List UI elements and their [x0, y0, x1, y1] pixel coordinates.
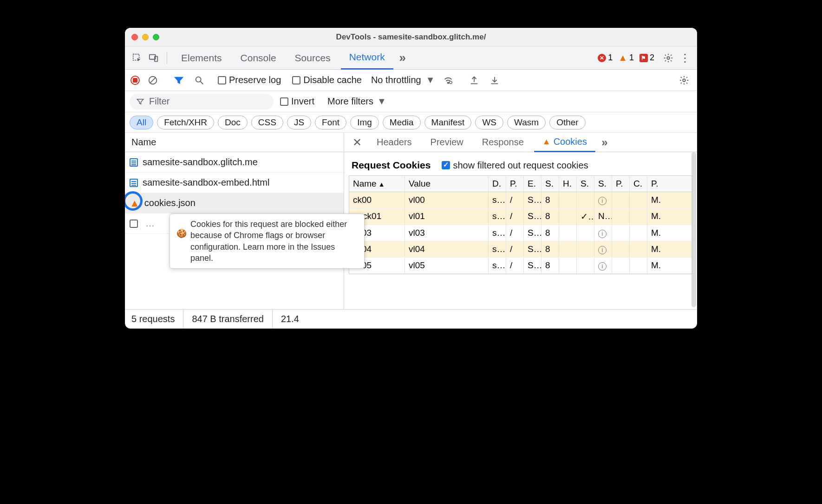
- upload-har-icon[interactable]: [467, 73, 482, 88]
- tab-cookies[interactable]: ▲ Cookies: [534, 133, 595, 152]
- inspect-icon[interactable]: [130, 51, 144, 65]
- close-detail-button[interactable]: ✕: [348, 136, 366, 149]
- tab-sources[interactable]: Sources: [287, 46, 339, 70]
- scrollbar[interactable]: [692, 152, 696, 307]
- cookie-emoji-icon: 🍪: [176, 228, 187, 239]
- request-name: cookies.json: [144, 198, 196, 208]
- request-name: samesite-sandbox.glitch.me: [143, 157, 258, 168]
- chip-manifest[interactable]: Manifest: [424, 116, 472, 129]
- filter-toggle-icon[interactable]: [171, 73, 186, 88]
- kebab-menu-icon[interactable]: ⋮: [678, 51, 692, 65]
- warning-count: 1: [629, 53, 634, 63]
- tooltip-text: Cookies for this request are blocked eit…: [190, 219, 358, 264]
- svg-point-10: [683, 79, 685, 82]
- document-icon: [130, 158, 138, 167]
- checkbox-icon: [130, 220, 138, 228]
- request-row[interactable]: samesite-sandbox-embed.html: [125, 173, 344, 193]
- error-icon: ✕: [598, 54, 606, 62]
- cookie-table-header[interactable]: Name▲ Value D. P. E. S. H. S. S. P. C. P…: [349, 176, 692, 192]
- window-maximize-button[interactable]: [153, 34, 159, 40]
- chip-media[interactable]: Media: [383, 116, 421, 129]
- network-toolbar: Preserve log Disable cache No throttling…: [125, 70, 697, 91]
- content-area: Name samesite-sandbox.glitch.mesamesite-…: [125, 133, 697, 309]
- cookie-row[interactable]: ck00vl00s…/S..8iM.: [349, 192, 692, 208]
- status-transferred: 847 B transferred: [183, 310, 273, 329]
- document-icon: [130, 179, 138, 187]
- status-requests: 5 requests: [131, 310, 183, 329]
- issue-badges[interactable]: ✕1 ▲1 ⚑2: [598, 52, 654, 63]
- clear-button[interactable]: [145, 73, 160, 88]
- chevron-down-icon: ▼: [377, 96, 386, 107]
- chip-js[interactable]: JS: [287, 116, 311, 129]
- window-title: DevTools - samesite-sandbox.glitch.me/: [125, 32, 697, 42]
- request-list-panel: Name samesite-sandbox.glitch.mesamesite-…: [125, 133, 344, 309]
- network-conditions-icon[interactable]: [441, 73, 456, 88]
- error-count: 1: [608, 53, 613, 63]
- warning-icon: ▲: [542, 137, 551, 147]
- preserve-log-checkbox[interactable]: Preserve log: [218, 75, 281, 85]
- svg-point-8: [447, 82, 449, 84]
- cookie-row[interactable]: ck05vl05s…/S..8iM.: [349, 258, 692, 274]
- chip-css[interactable]: CSS: [251, 116, 283, 129]
- svg-line-7: [201, 81, 203, 84]
- network-settings-icon[interactable]: [677, 73, 692, 88]
- download-har-icon[interactable]: [487, 73, 502, 88]
- more-tabs-icon[interactable]: »: [395, 51, 410, 65]
- tab-console[interactable]: Console: [232, 46, 285, 70]
- cookie-row[interactable]: ck03vl03s…/S..8iM.: [349, 225, 692, 241]
- disable-cache-checkbox[interactable]: Disable cache: [292, 75, 362, 85]
- status-time: 21.4: [273, 310, 307, 329]
- tab-headers[interactable]: Headers: [368, 133, 420, 152]
- request-list-header[interactable]: Name: [125, 133, 344, 152]
- device-toggle-icon[interactable]: [146, 51, 161, 65]
- show-filtered-checkbox[interactable]: show filtered out request cookies: [442, 160, 588, 171]
- request-row[interactable]: samesite-sandbox.glitch.me: [125, 152, 344, 173]
- cookie-table: Name▲ Value D. P. E. S. H. S. S. P. C. P…: [349, 175, 692, 274]
- issues-count: 2: [650, 53, 654, 63]
- cookies-blocked-tooltip: 🍪 Cookies for this request are blocked e…: [170, 213, 365, 269]
- cookie-row[interactable]: ▲ ck01vl01s…/S..8✓.N..M.: [349, 208, 692, 225]
- issues-icon: ⚑: [639, 54, 648, 62]
- chip-doc[interactable]: Doc: [218, 116, 248, 129]
- search-icon[interactable]: [192, 73, 207, 88]
- svg-point-9: [449, 81, 452, 84]
- request-detail-panel: ✕ Headers Preview Response ▲ Cookies » R…: [344, 133, 697, 309]
- status-bar: 5 requests 847 B transferred 21.4: [125, 309, 697, 329]
- filter-input[interactable]: Filter: [130, 94, 274, 110]
- chip-font[interactable]: Font: [315, 116, 346, 129]
- warning-icon: ▲: [130, 197, 140, 209]
- record-button[interactable]: [130, 76, 140, 85]
- chevron-down-icon: ▼: [426, 75, 435, 85]
- svg-point-3: [667, 57, 670, 59]
- invert-checkbox[interactable]: Invert: [280, 96, 314, 107]
- tab-elements[interactable]: Elements: [173, 46, 230, 70]
- tab-network[interactable]: Network: [341, 46, 393, 70]
- chip-wasm[interactable]: Wasm: [507, 116, 546, 129]
- cookie-row[interactable]: ck04vl04s…/S..8iM.: [349, 241, 692, 258]
- info-icon: i: [598, 246, 607, 254]
- chip-ws[interactable]: WS: [475, 116, 503, 129]
- window-minimize-button[interactable]: [142, 34, 149, 40]
- svg-point-6: [196, 77, 201, 82]
- titlebar: DevTools - samesite-sandbox.glitch.me/: [125, 28, 697, 46]
- info-icon: i: [598, 197, 607, 205]
- filter-bar: Filter Invert More filters ▼: [125, 91, 697, 112]
- window-close-button[interactable]: [131, 34, 138, 40]
- chip-all[interactable]: All: [130, 116, 153, 129]
- info-icon: i: [598, 230, 607, 238]
- warning-icon: ▲: [618, 52, 627, 63]
- tab-response[interactable]: Response: [474, 133, 532, 152]
- more-detail-tabs-icon[interactable]: »: [597, 135, 612, 150]
- chip-other[interactable]: Other: [549, 116, 586, 129]
- chip-fetch-xhr[interactable]: Fetch/XHR: [157, 116, 214, 129]
- info-icon: i: [598, 262, 607, 271]
- request-row[interactable]: ▲cookies.json: [125, 193, 344, 213]
- detail-tabs: ✕ Headers Preview Response ▲ Cookies »: [344, 133, 697, 152]
- more-filters-dropdown[interactable]: More filters ▼: [327, 96, 386, 107]
- main-toolbar: Elements Console Sources Network » ✕1 ▲1…: [125, 46, 697, 70]
- throttling-select[interactable]: No throttling ▼: [371, 75, 435, 85]
- resource-type-chips: AllFetch/XHRDocCSSJSFontImgMediaManifest…: [125, 112, 697, 133]
- settings-icon[interactable]: [661, 51, 676, 65]
- chip-img[interactable]: Img: [350, 116, 379, 129]
- tab-preview[interactable]: Preview: [422, 133, 472, 152]
